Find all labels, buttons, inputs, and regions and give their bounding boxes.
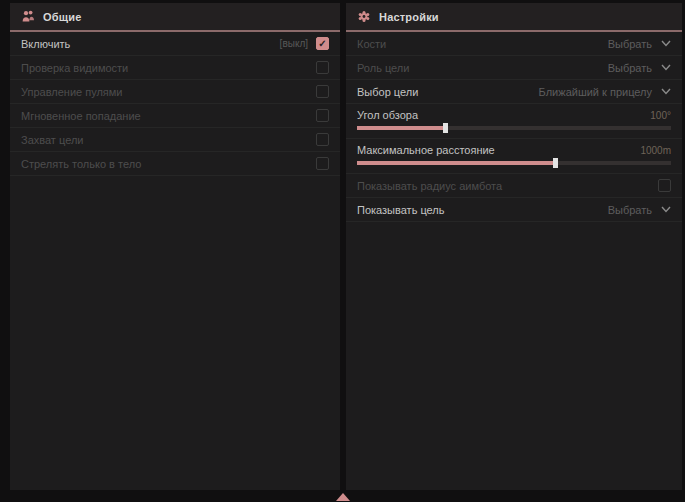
row-controls <box>658 179 671 192</box>
checkbox[interactable] <box>658 179 671 192</box>
checkbox[interactable] <box>316 109 329 122</box>
panel-title: Настройки <box>379 11 439 23</box>
slider-header: Угол обзора100° <box>357 109 671 121</box>
checkbox-label: Управление пулями <box>21 86 123 98</box>
checkbox-row: Управление пулями <box>10 80 340 104</box>
dropdown-value: Выбрать <box>608 204 652 216</box>
row-controls: Выбрать <box>608 204 671 216</box>
checkbox-label: Показывать радиус аимбота <box>357 180 502 192</box>
row-controls <box>316 109 329 122</box>
panel-title: Общие <box>43 11 82 23</box>
panel-general: ОбщиеВключить[выкл]✓Проверка видимостиУп… <box>10 3 340 490</box>
row-controls: [выкл]✓ <box>280 37 329 50</box>
dropdown-value: Выбрать <box>608 38 652 50</box>
checkbox-row: Захват цели <box>10 128 340 152</box>
check-icon: ✓ <box>318 39 326 49</box>
users-icon <box>21 10 35 23</box>
dropdown-row: Роль целиВыбрать <box>346 56 682 80</box>
row-controls: Ближайший к прицелу <box>539 86 671 98</box>
chevron-down-icon <box>661 64 671 71</box>
slider-row: Угол обзора100° <box>346 104 682 139</box>
dropdown-row: Показывать цельВыбрать <box>346 198 682 222</box>
checkbox[interactable] <box>316 133 329 146</box>
slider-row: Максимальное расстояние1000m <box>346 139 682 174</box>
slider-track[interactable] <box>357 161 671 165</box>
slider-fill <box>357 161 555 165</box>
checkbox-row: Включить[выкл]✓ <box>10 32 340 56</box>
row-controls <box>316 85 329 98</box>
dropdown-row: Выбор целиБлижайший к прицелу <box>346 80 682 104</box>
panel-header-general: Общие <box>10 3 340 32</box>
dropdown-1[interactable]: Выбрать <box>608 62 671 74</box>
checkbox-label: Проверка видимости <box>21 62 128 74</box>
chevron-down-icon <box>661 206 671 213</box>
panel-settings: НастройкиКостиВыбратьРоль целиВыбратьВыб… <box>346 3 682 490</box>
slider-value: 1000m <box>640 145 671 156</box>
checkbox[interactable] <box>316 157 329 170</box>
checkbox-row: Показывать радиус аимбота <box>346 174 682 198</box>
slider-label: Максимальное расстояние <box>357 144 495 156</box>
slider-label: Угол обзора <box>357 109 418 121</box>
slider-handle[interactable] <box>443 123 448 133</box>
dropdown-6[interactable]: Выбрать <box>608 204 671 216</box>
dropdown-row: КостиВыбрать <box>346 32 682 56</box>
chevron-down-icon <box>661 88 671 95</box>
cheat-menu-screen: ОбщиеВключить[выкл]✓Проверка видимостиУп… <box>0 0 685 502</box>
hotkey-tag: [выкл] <box>280 38 308 49</box>
slider-handle[interactable] <box>553 158 558 168</box>
slider-header: Максимальное расстояние1000m <box>357 144 671 156</box>
checkbox[interactable] <box>316 61 329 74</box>
panel-rows: КостиВыбратьРоль целиВыбратьВыбор целиБл… <box>346 32 682 222</box>
checkbox-label: Включить <box>21 38 70 50</box>
row-controls <box>316 61 329 74</box>
panel-header-settings: Настройки <box>346 3 682 32</box>
dropdown-value: Выбрать <box>608 62 652 74</box>
dropdown-label: Показывать цель <box>357 204 445 216</box>
checkbox-row: Проверка видимости <box>10 56 340 80</box>
chevron-down-icon <box>661 40 671 47</box>
checkbox-label: Захват цели <box>21 134 83 146</box>
row-controls <box>316 133 329 146</box>
slider-value: 100° <box>650 110 671 121</box>
dropdown-0[interactable]: Выбрать <box>608 38 671 50</box>
panel-rows: Включить[выкл]✓Проверка видимостиУправле… <box>10 32 340 176</box>
dropdown-value: Ближайший к прицелу <box>539 86 652 98</box>
checkbox[interactable]: ✓ <box>316 37 329 50</box>
dropdown-label: Выбор цели <box>357 86 418 98</box>
checkbox-label: Стрелять только в тело <box>21 158 141 170</box>
row-controls <box>316 157 329 170</box>
slider-track[interactable] <box>357 126 671 130</box>
row-controls: Выбрать <box>608 62 671 74</box>
dropdown-label: Роль цели <box>357 62 409 74</box>
checkbox-row: Стрелять только в тело <box>10 152 340 176</box>
checkbox-row: Мгновенное попадание <box>10 104 340 128</box>
dropdown-2[interactable]: Ближайший к прицелу <box>539 86 671 98</box>
scroll-up-indicator[interactable] <box>336 493 350 501</box>
slider-fill <box>357 126 445 130</box>
dropdown-label: Кости <box>357 38 386 50</box>
row-controls: Выбрать <box>608 38 671 50</box>
checkbox-label: Мгновенное попадание <box>21 110 141 122</box>
gear-icon <box>357 10 371 23</box>
checkbox[interactable] <box>316 85 329 98</box>
